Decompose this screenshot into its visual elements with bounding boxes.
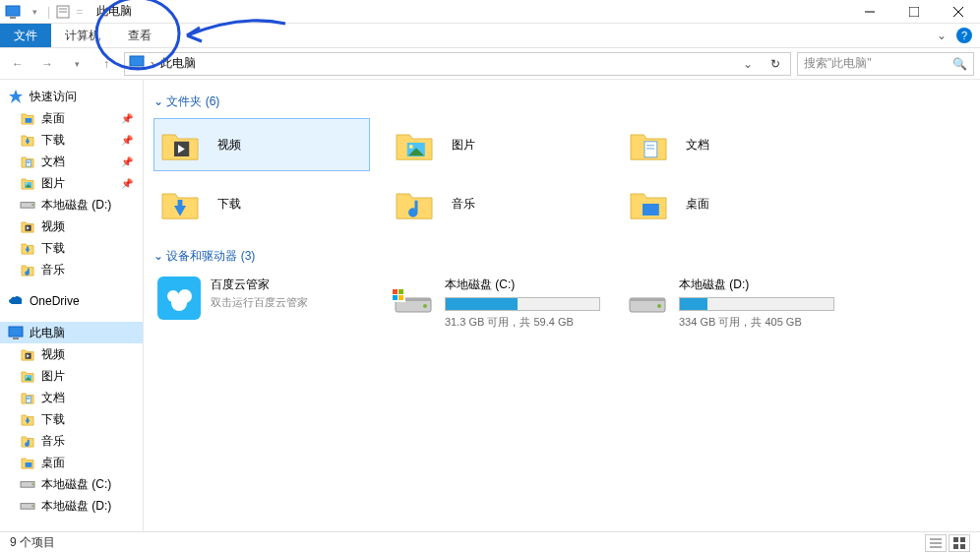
sidebar-item[interactable]: 本地磁盘 (C:) xyxy=(0,473,143,495)
svg-point-65 xyxy=(423,304,427,308)
pin-icon: 📌 xyxy=(121,156,133,167)
videos-icon xyxy=(20,346,35,362)
sidebar-item[interactable]: 本地磁盘 (D:) xyxy=(0,194,143,215)
folder-item[interactable]: 音乐 xyxy=(388,177,604,230)
qat-dropdown-icon[interactable]: ▾ xyxy=(26,3,43,21)
documents-icon xyxy=(20,390,35,405)
sidebar-item[interactable]: 视频 xyxy=(0,215,143,237)
quick-access-toolbar: ▾ | = xyxy=(0,3,87,21)
folder-item[interactable]: 文档 xyxy=(622,118,838,171)
svg-rect-53 xyxy=(644,142,657,157)
svg-point-22 xyxy=(31,204,33,206)
sidebar-item[interactable]: 视频 xyxy=(0,343,143,365)
sidebar-item[interactable]: 桌面 xyxy=(0,452,143,473)
back-button[interactable]: ← xyxy=(6,52,30,76)
help-icon[interactable]: ? xyxy=(956,28,972,43)
this-pc-icon xyxy=(8,325,24,340)
sidebar-item[interactable]: 文档 xyxy=(0,387,143,408)
drive-icon xyxy=(20,498,35,514)
folder-item[interactable]: 图片 xyxy=(388,118,604,171)
search-input[interactable]: 搜索"此电脑" 🔍 xyxy=(797,52,974,76)
maximize-button[interactable] xyxy=(891,0,936,24)
sidebar-item[interactable]: 下载 xyxy=(0,408,143,430)
address-bar: ← → ▾ ↑ › 此电脑 ⌄ ↻ 搜索"此电脑" 🔍 xyxy=(0,48,980,80)
network-icon xyxy=(8,529,24,531)
status-item-count: 9 个项目 xyxy=(10,534,55,551)
sidebar-network[interactable]: 网络 xyxy=(0,526,143,531)
recent-locations-icon[interactable]: ▾ xyxy=(65,52,89,76)
svg-rect-58 xyxy=(643,204,659,215)
svg-rect-28 xyxy=(13,338,19,339)
folder-item[interactable]: 下载 xyxy=(153,177,370,230)
this-pc-icon xyxy=(129,54,145,73)
documents-icon xyxy=(629,125,674,164)
svg-point-73 xyxy=(657,304,661,308)
title-bar: ▾ | = 此电脑 xyxy=(0,0,980,24)
sidebar-onedrive[interactable]: OneDrive xyxy=(0,290,143,312)
svg-rect-72 xyxy=(630,298,665,301)
svg-rect-39 xyxy=(26,462,32,467)
svg-rect-67 xyxy=(393,289,398,294)
sidebar-this-pc[interactable]: 此电脑 xyxy=(0,322,143,343)
sidebar-item[interactable]: 图片 xyxy=(0,365,143,387)
tab-computer[interactable]: 计算机 xyxy=(51,24,114,47)
svg-point-51 xyxy=(409,145,413,149)
sidebar-item[interactable]: 图片📌 xyxy=(0,172,143,194)
drives-group-header[interactable]: 设备和驱动器 (3) xyxy=(153,248,970,265)
svg-marker-12 xyxy=(9,90,23,103)
properties-icon[interactable] xyxy=(54,3,72,21)
svg-rect-1 xyxy=(6,6,20,16)
refresh-button[interactable]: ↻ xyxy=(765,57,786,71)
sidebar-quick-access[interactable]: 快速访问 xyxy=(0,86,143,107)
sidebar-item[interactable]: 文档📌 xyxy=(0,151,143,172)
address-input[interactable]: › 此电脑 ⌄ ↻ xyxy=(124,52,791,76)
tab-view[interactable]: 查看 xyxy=(114,24,165,47)
pictures-icon xyxy=(20,368,35,384)
documents-icon xyxy=(20,154,35,169)
desktop-icon xyxy=(20,455,35,470)
search-icon: 🔍 xyxy=(952,57,967,71)
svg-rect-27 xyxy=(9,327,23,337)
downloads-icon xyxy=(20,132,35,148)
drive-icon xyxy=(626,276,669,320)
svg-rect-79 xyxy=(953,544,958,549)
drive-item[interactable]: 本地磁盘 (C:)31.3 GB 可用，共 59.4 GB xyxy=(388,273,604,334)
sidebar-item[interactable]: 下载📌 xyxy=(0,129,143,151)
downloads-icon xyxy=(20,411,35,427)
folder-item[interactable]: 视频 xyxy=(153,118,370,171)
breadcrumb[interactable]: 此电脑 xyxy=(160,55,196,72)
sidebar-item[interactable]: 音乐 xyxy=(0,430,143,452)
tab-file[interactable]: 文件 xyxy=(0,24,51,47)
ribbon-expand-icon[interactable]: ⌄ xyxy=(937,29,947,42)
drive-usage-bar xyxy=(679,297,834,311)
sidebar-item[interactable]: 下载 xyxy=(0,237,143,259)
videos-icon xyxy=(20,218,35,234)
svg-point-43 xyxy=(31,505,33,507)
sidebar-item[interactable]: 桌面📌 xyxy=(0,107,143,129)
forward-button[interactable]: → xyxy=(35,52,59,76)
svg-point-62 xyxy=(171,295,187,311)
svg-rect-78 xyxy=(960,537,965,542)
search-placeholder: 搜索"此电脑" xyxy=(804,55,872,72)
view-large-button[interactable] xyxy=(949,534,970,552)
minimize-button[interactable] xyxy=(847,0,891,24)
baidu-cloud-icon xyxy=(157,276,201,320)
sidebar-item[interactable]: 音乐 xyxy=(0,259,143,280)
svg-rect-13 xyxy=(26,118,32,123)
svg-rect-69 xyxy=(393,295,398,300)
drive-item[interactable]: 本地磁盘 (D:)334 GB 可用，共 405 GB xyxy=(622,273,838,334)
music-icon xyxy=(20,262,35,277)
svg-rect-10 xyxy=(130,56,144,66)
chevron-down-icon[interactable]: ⌄ xyxy=(737,57,759,71)
view-details-button[interactable] xyxy=(925,534,947,552)
up-button[interactable]: ↑ xyxy=(94,52,118,76)
folder-item[interactable]: 桌面 xyxy=(622,177,838,230)
music-icon xyxy=(395,184,440,223)
downloads-icon xyxy=(20,240,35,256)
svg-point-41 xyxy=(31,483,33,485)
app-item[interactable]: 百度云管家双击运行百度云管家 xyxy=(153,273,370,334)
sidebar-item[interactable]: 本地磁盘 (D:) xyxy=(0,495,143,517)
folders-group-header[interactable]: 文件夹 (6) xyxy=(153,93,970,110)
close-button[interactable] xyxy=(936,0,980,24)
svg-point-57 xyxy=(410,210,416,215)
